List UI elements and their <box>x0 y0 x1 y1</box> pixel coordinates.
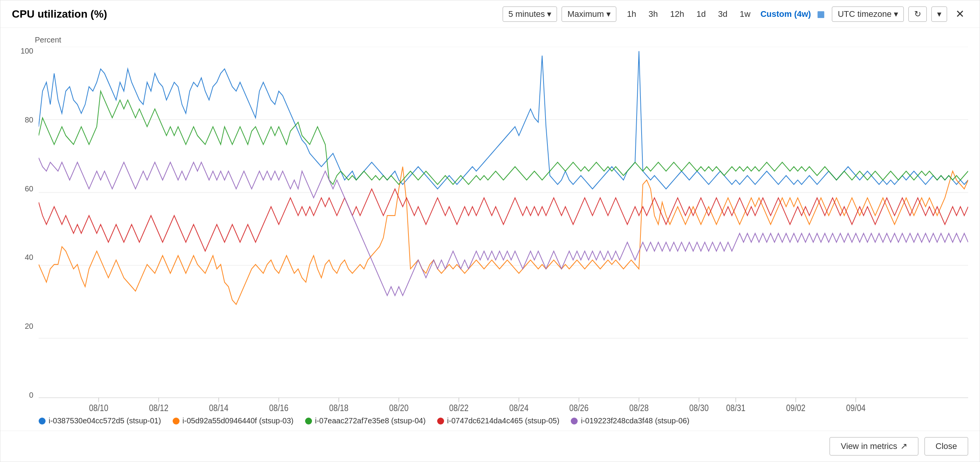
view-in-metrics-label: View in metrics <box>841 441 897 451</box>
legend-item-4: i-0747dc6214da4c465 (stsup-05) <box>437 416 560 425</box>
svg-text:08/12: 08/12 <box>149 403 168 411</box>
close-footer-button[interactable]: Close <box>924 437 968 455</box>
refresh-button[interactable]: ↻ <box>908 7 927 22</box>
external-link-icon: ↗ <box>900 441 907 451</box>
interval-label: 5 minutes <box>508 9 545 19</box>
stat-label: Maximum <box>567 9 604 19</box>
y-tick-40: 40 <box>25 253 33 262</box>
y-tick-0: 0 <box>29 391 33 400</box>
svg-text:08/14: 08/14 <box>209 403 229 411</box>
widget-title: CPU utilization (%) <box>12 8 107 20</box>
time-btn-1d[interactable]: 1d <box>690 7 712 21</box>
stat-dropdown[interactable]: Maximum ▾ <box>562 7 616 22</box>
y-tick-20: 20 <box>25 322 33 331</box>
legend-color-4 <box>437 418 444 424</box>
legend-label-3: i-07eaac272af7e35e8 (stsup-04) <box>315 416 426 425</box>
stat-dropdown-icon: ▾ <box>606 9 611 19</box>
view-in-metrics-button[interactable]: View in metrics ↗ <box>830 437 918 455</box>
calendar-icon-btn[interactable]: ▦ <box>815 8 827 20</box>
chart-inner: 100 80 60 40 20 0 <box>12 47 968 411</box>
time-btn-1h[interactable]: 1h <box>621 7 642 21</box>
interval-dropdown-icon: ▾ <box>547 9 551 19</box>
svg-text:08/31: 08/31 <box>726 403 746 411</box>
svg-text:08/20: 08/20 <box>389 403 409 411</box>
widget-header: CPU utilization (%) 5 minutes ▾ Maximum … <box>0 0 980 28</box>
time-btn-1w[interactable]: 1w <box>733 7 756 21</box>
footer-area: View in metrics ↗ Close <box>0 431 980 462</box>
close-footer-label: Close <box>936 441 957 451</box>
legend-color-3 <box>305 418 312 424</box>
close-button[interactable]: ✕ <box>952 6 968 22</box>
legend-item-5: i-019223f248cda3f48 (stsup-06) <box>571 416 689 425</box>
svg-text:08/10: 08/10 <box>89 403 109 411</box>
legend-label-5: i-019223f248cda3f48 (stsup-06) <box>581 416 689 425</box>
chart-svg: 08/10 08/12 08/14 08/16 08/18 08/20 08/2… <box>39 47 968 411</box>
close-icon: ✕ <box>956 8 964 20</box>
chart-svg-container: 08/10 08/12 08/14 08/16 08/18 08/20 08/2… <box>39 47 968 411</box>
legend-label-4: i-0747dc6214da4c465 (stsup-05) <box>447 416 560 425</box>
y-tick-100: 100 <box>21 47 33 56</box>
timezone-label: UTC timezone <box>838 9 892 19</box>
custom-label: Custom (4w) <box>760 9 811 19</box>
svg-text:09/04: 09/04 <box>846 403 866 411</box>
time-btn-3h[interactable]: 3h <box>642 7 664 21</box>
legend-item-3: i-07eaac272af7e35e8 (stsup-04) <box>305 416 426 425</box>
svg-text:08/28: 08/28 <box>629 403 649 411</box>
refresh-icon: ↻ <box>914 9 921 19</box>
y-tick-60: 60 <box>25 184 33 193</box>
legend-label-1: i-0387530e04cc572d5 (stsup-01) <box>49 416 161 425</box>
time-btn-12h[interactable]: 12h <box>664 7 691 21</box>
legend-item-2: i-05d92a55d0946440f (stsup-03) <box>173 416 294 425</box>
legend-label-2: i-05d92a55d0946440f (stsup-03) <box>183 416 294 425</box>
time-btn-3d[interactable]: 3d <box>712 7 733 21</box>
interval-dropdown[interactable]: 5 minutes ▾ <box>503 7 557 22</box>
legend-color-5 <box>571 418 578 424</box>
calendar-icon: ▦ <box>817 9 825 19</box>
y-tick-80: 80 <box>25 116 33 124</box>
legend-area: i-0387530e04cc572d5 (stsup-01) i-05d92a5… <box>12 411 968 431</box>
time-range-group: 1h 3h 12h 1d 3d 1w Custom (4w) ▦ <box>621 7 828 21</box>
time-btn-custom[interactable]: Custom (4w) <box>756 7 815 21</box>
header-controls: 5 minutes ▾ Maximum ▾ 1h 3h 12h 1d 3d 1w… <box>503 6 968 22</box>
timezone-dropdown[interactable]: UTC timezone ▾ <box>832 7 904 22</box>
more-options-button[interactable]: ▾ <box>931 7 947 22</box>
timezone-dropdown-icon: ▾ <box>894 9 898 19</box>
svg-text:09/02: 09/02 <box>786 403 806 411</box>
legend-color-1 <box>39 418 46 424</box>
svg-text:08/22: 08/22 <box>449 403 469 411</box>
y-axis: 100 80 60 40 20 0 <box>12 47 39 411</box>
legend-item-1: i-0387530e04cc572d5 (stsup-01) <box>39 416 161 425</box>
svg-text:08/18: 08/18 <box>329 403 349 411</box>
svg-text:08/16: 08/16 <box>269 403 289 411</box>
legend-color-2 <box>173 418 180 424</box>
svg-text:08/30: 08/30 <box>689 403 709 411</box>
y-axis-label: Percent <box>35 36 968 44</box>
chart-area: Percent 100 80 60 40 20 0 <box>0 28 980 431</box>
svg-text:08/24: 08/24 <box>509 403 529 411</box>
svg-text:08/26: 08/26 <box>569 403 589 411</box>
more-options-icon: ▾ <box>937 9 941 19</box>
widget-container: CPU utilization (%) 5 minutes ▾ Maximum … <box>0 0 980 462</box>
